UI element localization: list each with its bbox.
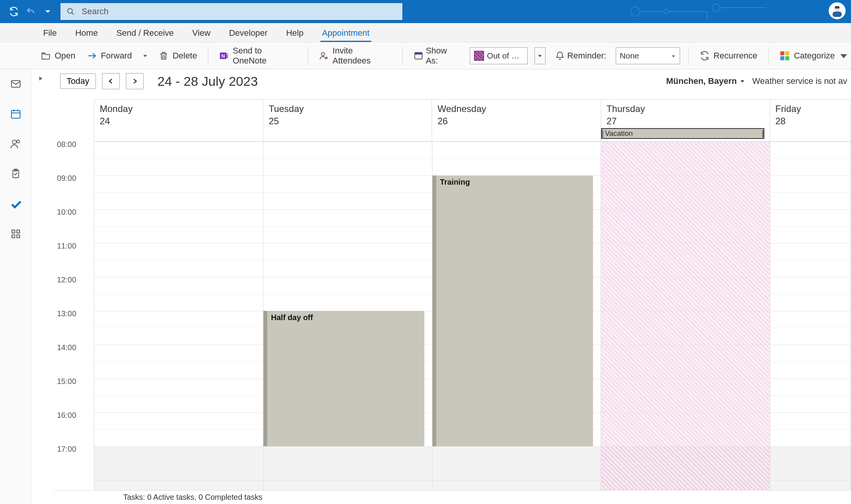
account-area[interactable] [829,2,846,19]
day-column[interactable]: Training [432,142,601,490]
day-column[interactable] [601,142,770,490]
svg-marker-43 [39,77,42,81]
qat-customize-icon[interactable] [42,6,53,17]
tab-help[interactable]: Help [285,24,305,42]
svg-rect-17 [226,57,228,58]
ribbon: Open Forward Delete N Send to OneNote In… [0,42,851,69]
day-number: 25 [269,116,427,127]
svg-marker-24 [672,55,675,57]
recurrence-button[interactable]: Recurrence [697,49,760,62]
weather-location[interactable]: München, Bayern [666,76,745,86]
delete-button[interactable]: Delete [156,49,199,62]
day-column[interactable] [94,142,263,490]
day-column[interactable] [770,142,851,490]
nav-more-apps[interactable] [7,225,24,242]
weather-bar: München, Bayern Weather service is not a… [666,76,847,86]
time-label: 14:00 [57,343,76,352]
hour-gridlines [94,142,263,490]
ribbon-tabs: File Home Send / Receive View Developer … [0,23,851,42]
ribbon-separator [689,47,689,65]
svg-rect-7 [833,12,842,17]
time-label: 16:00 [57,411,76,420]
day-header[interactable]: Tuesday25 [263,100,432,142]
reminder-combo[interactable]: None [616,47,680,64]
day-column[interactable]: Half day off [263,142,432,490]
search-input[interactable] [81,6,396,17]
nav-tasks-clipboard[interactable] [7,165,24,182]
avatar-icon[interactable] [829,2,846,19]
quick-access-toolbar [0,6,53,17]
day-header[interactable]: Wednesday26 [432,100,601,142]
event-half-day-off[interactable]: Half day off [263,311,424,446]
time-label: 13:00 [57,309,76,318]
open-button[interactable]: Open [39,49,78,62]
svg-text:N: N [221,53,225,59]
svg-rect-8 [835,6,839,8]
day-name: Wednesday [437,103,595,114]
next-week-button[interactable] [126,73,144,89]
svg-marker-29 [840,54,847,58]
weather-location-label: München, Bayern [666,76,737,86]
svg-marker-23 [538,55,542,57]
delete-label: Delete [173,51,197,61]
day-headers: Monday24Tuesday25Wednesday26Thursday27Va… [94,99,851,142]
sync-icon[interactable] [8,6,19,17]
weather-status: Weather service is not av [752,76,847,86]
nav-people[interactable] [7,135,24,152]
categorize-button[interactable]: Categorize [777,49,851,63]
show-as-combo[interactable]: Out of O... [470,47,528,64]
day-header[interactable]: Friday28 [770,100,851,142]
side-navigation [0,69,32,504]
show-as-value: Out of O... [487,51,523,60]
tab-home[interactable]: Home [74,24,99,42]
svg-rect-40 [17,230,20,233]
svg-rect-42 [17,235,20,238]
svg-line-2 [72,13,74,15]
tab-send-receive[interactable]: Send / Receive [115,24,175,42]
undo-icon[interactable] [25,6,36,17]
day-name: Tuesday [269,103,427,114]
invite-label: Invite Attendees [333,46,392,66]
chevron-down-icon [740,78,745,84]
nav-todo[interactable] [7,195,24,212]
prev-week-button[interactable] [102,73,120,89]
invite-attendees-button[interactable]: Invite Attendees [317,44,394,67]
day-header[interactable]: Thursday27Vacation [601,100,770,142]
svg-rect-30 [11,80,20,87]
forward-dropdown[interactable] [141,50,150,62]
svg-point-5 [712,4,720,12]
tab-developer[interactable]: Developer [228,24,269,42]
forward-label: Forward [101,51,132,61]
ribbon-separator [402,47,403,65]
status-bar: Tasks: 0 Active tasks, 0 Completed tasks [54,490,851,504]
event-training[interactable]: Training [432,175,593,446]
allday-event-vacation[interactable]: Vacation [601,128,764,139]
tab-view[interactable]: View [191,24,212,42]
send-onenote-label: Send to OneNote [233,46,297,66]
svg-rect-25 [780,51,784,55]
search-box[interactable] [60,3,403,20]
tab-file[interactable]: File [42,24,58,42]
day-header[interactable]: Monday24 [94,100,263,142]
svg-point-35 [12,140,16,144]
collapse-folder-pane[interactable] [38,75,45,83]
tab-appointment[interactable]: Appointment [320,24,371,42]
hour-gridlines [770,142,851,490]
svg-rect-27 [780,56,784,60]
reminder-group: Reminder: [553,49,608,62]
nav-calendar[interactable] [7,105,24,122]
ribbon-separator [308,47,308,65]
svg-point-3 [631,7,640,16]
send-onenote-button[interactable]: N Send to OneNote [217,44,299,67]
nav-mail[interactable] [7,75,24,92]
ribbon-separator [768,47,769,65]
show-as-dropdown[interactable] [534,47,546,64]
time-label: 09:00 [57,174,76,183]
svg-rect-22 [415,52,422,54]
svg-marker-0 [45,10,50,13]
time-label: 08:00 [57,140,76,149]
forward-button[interactable]: Forward [85,49,134,62]
today-button[interactable]: Today [60,73,96,89]
chevron-down-icon [671,51,676,60]
day-columns[interactable]: Half day offTraining [94,142,851,490]
